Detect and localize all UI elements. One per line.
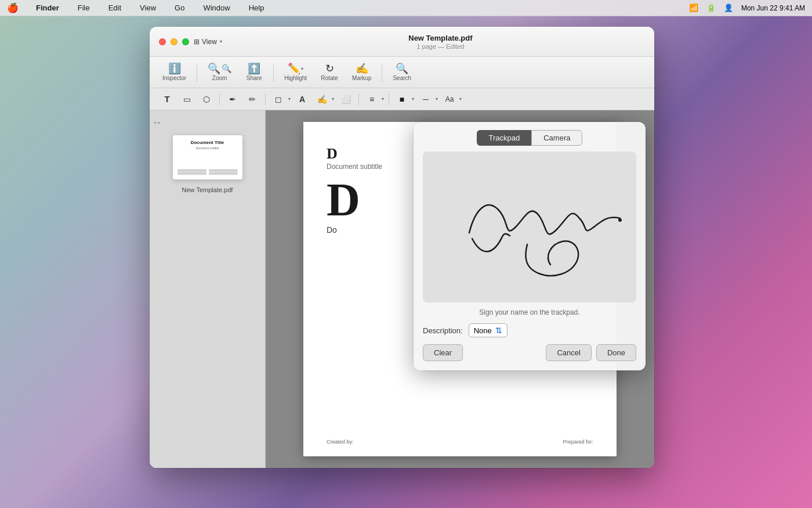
svg-point-0: [618, 218, 622, 222]
sidebar-dots: • •: [154, 120, 160, 126]
color-arrow-icon: ▾: [412, 96, 414, 102]
clear-button[interactable]: Clear: [423, 344, 463, 361]
list-icon: ≡: [369, 95, 374, 104]
search-label: Search: [393, 75, 411, 81]
toolbar-sep-2: [273, 63, 274, 82]
signature-tool[interactable]: ✍: [314, 91, 330, 107]
text-box-tool[interactable]: A: [294, 91, 310, 107]
done-button[interactable]: Done: [596, 344, 636, 361]
rotate-icon: ↻: [325, 63, 334, 74]
ann-sep-1: [219, 93, 220, 105]
stroke-group[interactable]: ─ ▾: [418, 91, 438, 107]
signature-description-row: Description: None ⇅: [414, 320, 646, 344]
description-label: Description:: [423, 326, 463, 335]
menu-finder[interactable]: Finder: [32, 2, 63, 13]
thumbnail[interactable]: Document Title Document subtitle: [173, 135, 242, 179]
preview-window: ⊞ View ▾ New Template.pdf 1 page — Edite…: [150, 27, 654, 468]
menu-edit[interactable]: Edit: [105, 2, 125, 13]
view-button[interactable]: ⊞ View ▾: [189, 35, 227, 48]
prepared-for-label: Prepared for:: [563, 439, 593, 445]
apple-menu[interactable]: 🍎: [7, 2, 19, 13]
shapes-icon: ◻: [275, 95, 282, 104]
thumb-col-right: [209, 170, 238, 175]
thumb-col-line: [209, 171, 238, 172]
pdf-footer: Created by: Prepared for:: [327, 439, 593, 445]
font-icon: Aa: [445, 95, 454, 103]
right-buttons: Cancel Done: [546, 344, 636, 361]
signature-svg: [423, 152, 636, 302]
description-select[interactable]: None ⇅: [469, 323, 507, 337]
thumb-col-line: [209, 172, 238, 174]
highlight-button[interactable]: ✏️ ▾ Highlight: [278, 61, 313, 84]
color-group[interactable]: ■ ▾: [394, 91, 414, 107]
capture-tool[interactable]: ⬡: [198, 91, 215, 107]
font-arrow-icon: ▾: [459, 96, 462, 102]
inspector-button[interactable]: ℹ️ Inspector: [157, 61, 192, 84]
markup-button[interactable]: ✍️ Markup: [346, 61, 377, 84]
toolbar-sep-1: [197, 63, 197, 82]
shapes-group[interactable]: ◻ ▾: [270, 91, 291, 107]
frame-tool[interactable]: ⬜: [338, 91, 354, 107]
share-label: Share: [246, 75, 262, 81]
sidebar: • • Document Title Document subtitle: [150, 110, 266, 468]
list-tool[interactable]: ≡: [364, 91, 380, 107]
list-arrow-icon: ▾: [382, 96, 384, 102]
pen-tool[interactable]: ✏: [244, 91, 260, 107]
draw-tool[interactable]: ✒: [224, 91, 241, 107]
highlight-btn-group: ✏️ ▾: [288, 63, 303, 74]
shapes-arrow-icon: ▾: [288, 96, 291, 102]
maximize-button[interactable]: [182, 38, 189, 45]
description-stepper-icon: ⇅: [495, 326, 502, 335]
created-by-label: Created by:: [327, 439, 354, 445]
zoom-btn-group: 🔍 🔍: [208, 63, 231, 74]
window-title: New Template.pdf: [408, 34, 472, 42]
signature-arrow-icon: ▾: [332, 96, 334, 102]
view-label: View: [202, 38, 217, 46]
capture-icon: ⬡: [203, 95, 210, 104]
font-tool[interactable]: Aa: [441, 91, 458, 107]
menu-help[interactable]: Help: [245, 2, 268, 13]
camera-tab[interactable]: Camera: [531, 130, 582, 146]
shapes-tool[interactable]: ◻: [270, 91, 287, 107]
text-cursor-tool[interactable]: T: [159, 91, 175, 107]
inspector-icon: ℹ️: [168, 63, 181, 74]
stroke-tool[interactable]: ─: [418, 91, 434, 107]
zoom-label: Zoom: [212, 75, 227, 81]
desktop: ⊞ View ▾ New Template.pdf 1 page — Edite…: [0, 16, 812, 508]
main-toolbar: ℹ️ Inspector 🔍 🔍 Zoom ⬆️ Share ✏️ ▾: [150, 57, 654, 88]
cancel-button[interactable]: Cancel: [546, 344, 591, 361]
font-group[interactable]: Aa ▾: [441, 91, 462, 107]
wifi-icon: 📶: [689, 3, 698, 12]
user-icon: 👤: [724, 3, 733, 12]
thumb-subtitle: Document subtitle: [177, 146, 238, 150]
highlight-arrow-icon: ▾: [301, 66, 303, 71]
rect-select-tool[interactable]: ▭: [179, 91, 195, 107]
signature-canvas[interactable]: [423, 152, 636, 302]
thumb-col-line: [177, 174, 206, 175]
zoom-out-icon: 🔍: [222, 64, 231, 73]
thumb-col-line: [177, 170, 206, 171]
share-button[interactable]: ⬆️ Share: [240, 61, 269, 84]
menu-file[interactable]: File: [74, 2, 93, 13]
list-group[interactable]: ≡ ▾: [364, 91, 384, 107]
signature-icon: ✍: [317, 95, 327, 104]
traffic-lights: [159, 38, 189, 45]
menu-go[interactable]: Go: [171, 2, 188, 13]
signature-actions: Clear Cancel Done: [414, 344, 646, 370]
ann-sep-3: [358, 93, 359, 105]
minimize-button[interactable]: [171, 38, 177, 45]
zoom-button[interactable]: 🔍 🔍 Zoom: [202, 61, 237, 84]
close-button[interactable]: [159, 38, 166, 45]
thumb-title: Document Title: [177, 140, 238, 145]
stroke-icon: ─: [423, 95, 429, 104]
search-button[interactable]: 🔍 Search: [387, 61, 417, 84]
view-arrow-icon: ▾: [220, 39, 222, 44]
signature-group[interactable]: ✍ ▾: [314, 91, 334, 107]
menu-view[interactable]: View: [136, 2, 160, 13]
menu-window[interactable]: Window: [200, 2, 233, 13]
battery-icon: 🔋: [706, 3, 716, 12]
rotate-button[interactable]: ↻ Rotate: [315, 61, 344, 84]
color-tool[interactable]: ■: [394, 91, 410, 107]
inspector-label: Inspector: [162, 75, 186, 81]
trackpad-tab[interactable]: Trackpad: [477, 130, 532, 146]
